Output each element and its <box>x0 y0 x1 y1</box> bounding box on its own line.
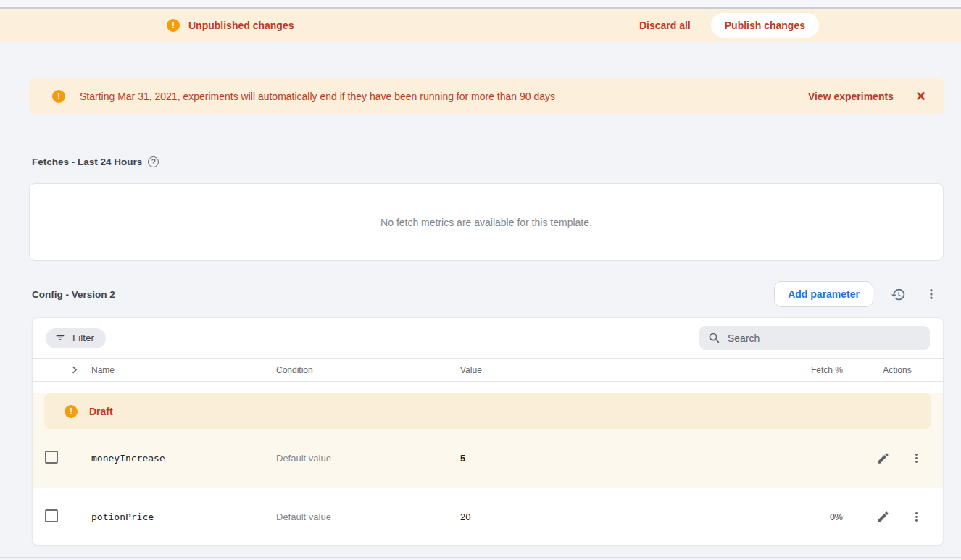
draft-banner: ! Draft <box>44 393 931 429</box>
help-icon[interactable]: ? <box>148 156 159 167</box>
edit-parameter-icon[interactable] <box>875 450 891 467</box>
parameter-condition: Default value <box>276 511 460 522</box>
parameters-table-card: Filter Name Condition Value Fetch % Acti… <box>32 317 944 546</box>
column-header-condition: Condition <box>276 365 460 375</box>
discard-all-button[interactable]: Discard all <box>639 20 691 31</box>
experiments-notice-banner: ! Starting Mar 31, 2021, experiments wil… <box>29 78 944 114</box>
search-box[interactable] <box>699 326 930 350</box>
view-experiments-button[interactable]: View experiments <box>808 91 894 102</box>
table-toolbar: Filter <box>33 318 943 358</box>
column-header-fetch: Fetch % <box>734 365 843 375</box>
close-icon[interactable]: ✕ <box>915 90 926 103</box>
notice-message: Starting Mar 31, 2021, experiments will … <box>80 91 555 102</box>
config-more-menu-icon[interactable] <box>923 286 939 302</box>
add-parameter-button[interactable]: Add parameter <box>774 281 873 307</box>
column-header-name: Name <box>91 365 276 375</box>
row-checkbox[interactable] <box>45 509 58 522</box>
draft-group: ! Draft moneyIncrease Default value 5 <box>33 393 943 488</box>
unpublished-changes-banner: ! Unpublished changes Discard all Publis… <box>0 9 961 42</box>
column-header-value: Value <box>460 365 734 375</box>
warning-icon: ! <box>52 90 65 103</box>
table-header-row: Name Condition Value Fetch % Actions <box>33 358 943 382</box>
expand-all-icon[interactable] <box>69 364 80 375</box>
parameter-condition: Default value <box>276 453 460 464</box>
parameter-name: potionPrice <box>91 511 276 522</box>
fetches-title: Fetches - Last 24 Hours <box>32 156 142 167</box>
fetches-section-heading: Fetches - Last 24 Hours ? <box>32 156 961 167</box>
edit-parameter-icon[interactable] <box>875 509 891 525</box>
fetch-metrics-card: No fetch metrics are available for this … <box>29 183 944 261</box>
parameter-fetch-percent: 0% <box>734 512 843 522</box>
draft-label: Draft <box>89 406 113 417</box>
row-more-menu-icon[interactable] <box>909 451 924 466</box>
config-header-row: Config - Version 2 Add parameter <box>32 281 939 307</box>
top-strip <box>0 0 961 9</box>
parameter-value: 20 <box>460 511 734 522</box>
filter-icon <box>54 333 66 344</box>
warning-icon: ! <box>167 19 180 32</box>
column-header-actions: Actions <box>843 365 944 375</box>
bottom-divider <box>0 557 961 558</box>
filter-button[interactable]: Filter <box>46 328 106 348</box>
config-title: Config - Version 2 <box>32 289 115 300</box>
search-input[interactable] <box>728 333 921 344</box>
search-icon <box>708 332 720 344</box>
unpublished-changes-label: Unpublished changes <box>188 20 294 31</box>
version-history-icon[interactable] <box>889 285 907 304</box>
table-row[interactable]: moneyIncrease Default value 5 <box>33 429 943 488</box>
parameter-value: 5 <box>460 453 734 464</box>
row-checkbox[interactable] <box>45 451 58 464</box>
table-row[interactable]: potionPrice Default value 20 0% <box>33 488 943 546</box>
fetch-metrics-empty-message: No fetch metrics are available for this … <box>380 217 592 228</box>
publish-changes-button[interactable]: Publish changes <box>711 13 819 38</box>
warning-icon: ! <box>65 405 78 418</box>
parameter-name: moneyIncrease <box>91 453 276 464</box>
row-more-menu-icon[interactable] <box>909 509 924 525</box>
